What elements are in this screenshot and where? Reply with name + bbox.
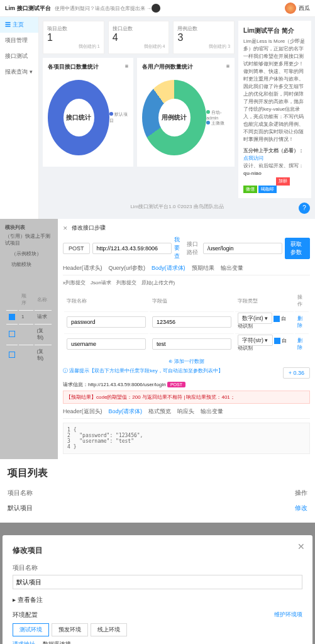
modal-title: 修改项目 (13, 545, 302, 556)
param-name[interactable] (67, 316, 146, 328)
more-icon[interactable]: ≡ (125, 63, 128, 71)
error-alert: 【预期结果】code的期望值：200 与返回结果不相符 | 响应结果预览：401… (63, 391, 310, 404)
delete-link[interactable]: 删除 (297, 316, 302, 328)
method-select[interactable]: POST (63, 243, 90, 254)
addr-tab[interactable]: 请求地址 (13, 640, 35, 644)
tab-body[interactable]: Body(请求体) (152, 264, 185, 272)
auto-checkbox[interactable] (274, 338, 280, 344)
param-value[interactable] (152, 316, 231, 328)
timing-btn[interactable]: + 0.36 (283, 367, 310, 379)
sidebar: ☰ 主页 项目管理 接口测试 报表查询 ▾ (0, 17, 39, 219)
close-icon[interactable]: ✕ (63, 225, 68, 231)
stat-projects: 项目总数1我创建的 1 (43, 21, 104, 54)
tab-query[interactable]: Query(url参数) (109, 264, 146, 272)
path-input[interactable] (203, 243, 282, 254)
add-row-button[interactable]: ⊕ 添加一行数据 (63, 355, 310, 367)
tab-output[interactable]: 输出变量 (221, 264, 243, 272)
close-icon[interactable]: ✕ (297, 541, 305, 552)
more-icon[interactable]: ≡ (226, 63, 229, 71)
chart-api: 接口统计 (48, 80, 109, 155)
param-name[interactable] (67, 338, 146, 350)
remark-toggle[interactable]: ▸ 查看备注 (13, 596, 302, 604)
env-tab-pre[interactable]: 预发环境 (52, 623, 88, 636)
username: 西瓜 (299, 4, 310, 13)
tab-header[interactable]: Header(请求头) (63, 264, 102, 272)
quick-link[interactable]: 点我访问 (243, 155, 263, 161)
param-row: 字符(str) ▾ 自动识别删除 (64, 333, 309, 354)
sidebar-item-api[interactable]: 接口测试 (0, 48, 38, 64)
env-tab-prod[interactable]: 线上环境 (91, 623, 127, 636)
topbar-subtitle: 使用中遇到疑问？请点击项目仓库提出来 → (55, 5, 152, 12)
param-row: 数字(int) ▾ 自动识别删除 (64, 311, 309, 332)
page-title: 项目列表 (8, 467, 307, 480)
edit-project-modal: ✕ 修改项目 项目名称 ▸ 查看备注 环境配置维护环境项 测试环境 预发环境 线… (3, 535, 312, 644)
app-title: Lim 接口测试平台 (5, 4, 51, 13)
param-value[interactable] (152, 338, 231, 350)
github-icon[interactable] (152, 4, 160, 13)
db-tab[interactable]: 数据库连接 (43, 640, 71, 644)
maintain-env-link[interactable]: 维护环境项 (274, 611, 302, 619)
topbar: Lim 接口测试平台 使用中遇到疑问？请点击项目仓库提出来 → 西瓜 (0, 0, 315, 17)
chart-case: 用例统计 (142, 80, 206, 155)
sidebar-item-report[interactable]: 报表查询 ▾ (0, 64, 38, 80)
avatar[interactable] (285, 3, 296, 14)
get-param-button[interactable]: 获取参数 (285, 238, 310, 259)
param-type[interactable]: 数字(int) ▾ (238, 313, 272, 324)
sidebar-item-project[interactable]: 项目管理 (0, 33, 38, 48)
chart1-title: 各项目接口数量统计 (48, 63, 99, 71)
checkbox[interactable] (9, 314, 15, 320)
edit-link[interactable]: 修改 (295, 504, 307, 513)
help-fab[interactable]: ? (299, 203, 310, 214)
code-block: 1 { 2 "password": "123456", 3 "username"… (63, 423, 310, 454)
url-input[interactable] (92, 243, 172, 254)
checkbox[interactable] (9, 352, 15, 358)
env-tab-test[interactable]: 测试环境 (13, 623, 49, 636)
stat-cases: 用例总数3我创建的 3 (173, 21, 235, 54)
delete-link[interactable]: 删除 (297, 338, 302, 350)
auto-checkbox[interactable] (274, 316, 280, 322)
project-name-input[interactable] (13, 575, 302, 589)
search-btn[interactable]: 我要查 (174, 236, 185, 260)
module-tree: 模块列表 （引用）快速上手测试项目 （示例模块） 功能模块 顺序名称 1请求 (… (0, 219, 58, 459)
chart2-title: 各用户用例数量统计 (142, 63, 193, 71)
tab-expect[interactable]: 预期结果 (192, 264, 214, 272)
stat-apis: 接口总数4我创建的 4 (108, 21, 170, 54)
footer: Lim接口测试平台1.0 ©2023 曲鸟团队出品 (43, 198, 311, 215)
edit-step-dialog: ✕ 修改接口步骤 POST 我要查 接口路径 获取参数 Header(请求头) … (58, 219, 315, 459)
intro-panel: Lim测试平台 简介 Lim是Less is More（少即是多）的缩写，正如它… (238, 21, 311, 198)
sidebar-item-home[interactable]: ☰ 主页 (0, 17, 38, 33)
checkbox[interactable] (9, 331, 15, 337)
dialog-title: 修改接口步骤 (72, 224, 106, 232)
param-type[interactable]: 字符(str) ▾ (238, 335, 273, 346)
